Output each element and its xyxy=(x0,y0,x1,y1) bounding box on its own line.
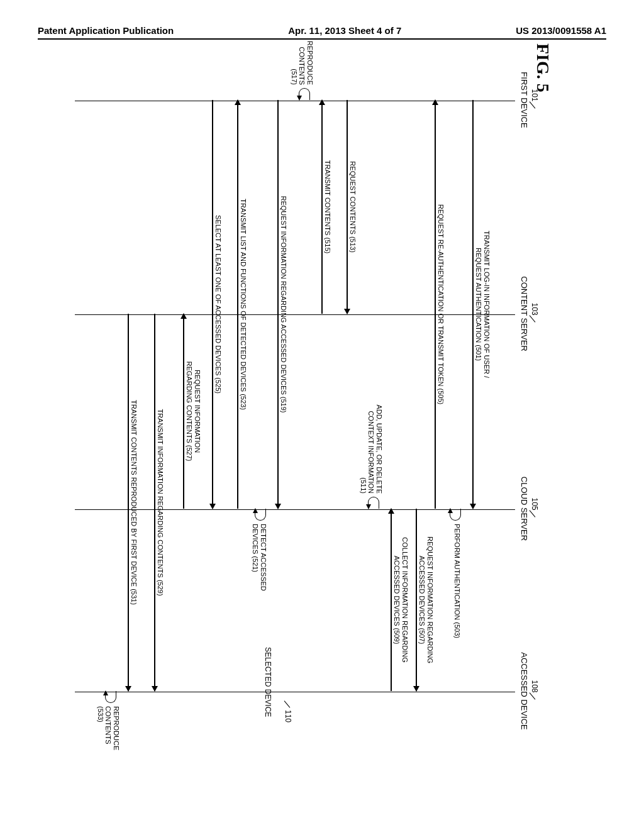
message-511-label: ADD, UPDATE, OR DELETECONTEXT INFORMATIO… xyxy=(359,404,383,494)
figure-rotated-wrapper: FIG. 5 101 FIRST DEVICE 103 CONTENT SERV… xyxy=(51,43,553,798)
sequence-diagram: 101 FIRST DEVICE 103 CONTENT SERVER 105 … xyxy=(51,43,529,798)
message-525: SELECT AT LEAST ONE OF ACCESSED DEVICES … xyxy=(213,100,214,509)
message-517-label: REPRODUCECONTENTS(517) xyxy=(290,41,314,85)
participant-tag-103: 103 xyxy=(530,303,539,316)
header-left: Patent Application Publication xyxy=(38,25,174,36)
message-501-label: TRANSMIT LOG-IN INFORMATION OF USER /REQ… xyxy=(475,231,491,378)
message-513-label: REQUEST CONTENTS (513) xyxy=(349,161,357,252)
message-519-label: REQUEST INFORMATION REGARDING ACCESSED D… xyxy=(280,196,288,413)
page-header: Patent Application Publication Apr. 11, … xyxy=(38,25,606,40)
participant-name-cloud-server: CLOUD SERVER xyxy=(519,471,529,546)
tag-110: 110 xyxy=(284,710,292,722)
message-521-label: DETECT ACCESSEDDEVICES (521) xyxy=(252,524,267,591)
participant-name-accessed-device: ACCESSED DEVICE xyxy=(519,647,529,735)
message-525-label: SELECT AT LEAST ONE OF ACCESSED DEVICES … xyxy=(214,215,223,394)
message-529: TRANSMIT INFORMATION REGARDING CONTENTS … xyxy=(155,314,156,691)
header-center: Apr. 11, 2013 Sheet 4 of 7 xyxy=(288,25,401,36)
participant-tag-108: 108 xyxy=(530,680,539,693)
participant-tag-105: 105 xyxy=(530,498,539,511)
selected-device-label: SELECTED DEVICE xyxy=(264,647,272,748)
message-501: TRANSMIT LOG-IN INFORMATION OF USER /REQ… xyxy=(473,100,474,509)
message-515-label: TRANSMIT CONTENTS (515) xyxy=(324,160,332,253)
message-507-label: REQUEST INFORMATION REGARDINGACCESSED DE… xyxy=(418,536,434,663)
message-523: TRANSMIT LIST AND FUNCTIONS OF DETECTED … xyxy=(238,100,239,509)
message-531-label: TRANSMIT CONTENTS REPRODUCED BY FIRST DE… xyxy=(130,400,138,605)
message-509-label: COLLECT INFORMATION REGARDINGACCESSED DE… xyxy=(393,537,409,662)
message-533-label: REPRODUCECONTENTS(533) xyxy=(96,706,120,750)
message-527: REQUEST INFORMATIONREGARDING CONTENTS (5… xyxy=(184,314,185,509)
participant-tag-101: 101 xyxy=(530,89,539,102)
page: Patent Application Publication Apr. 11, … xyxy=(0,0,644,830)
message-529-label: TRANSMIT INFORMATION REGARDING CONTENTS … xyxy=(157,409,165,595)
participant-name-first-device: FIRST DEVICE xyxy=(519,69,529,131)
lifeline-accessed-device xyxy=(75,692,515,692)
message-505-label: REQUEST RE-AUTHENTICATION OR TRANSMIT TO… xyxy=(437,204,445,404)
message-523-label: TRANSMIT LIST AND FUNCTIONS OF DETECTED … xyxy=(240,199,248,410)
message-531: TRANSMIT CONTENTS REPRODUCED BY FIRST DE… xyxy=(128,314,130,691)
message-505: REQUEST RE-AUTHENTICATION OR TRANSMIT TO… xyxy=(435,100,436,509)
message-519: REQUEST INFORMATION REGARDING ACCESSED D… xyxy=(278,100,279,509)
message-509: COLLECT INFORMATION REGARDINGACCESSED DE… xyxy=(391,509,392,691)
participant-name-content-server: CONTENT SERVER xyxy=(519,270,529,358)
header-right: US 2013/0091558 A1 xyxy=(516,25,606,36)
lifeline-content-server xyxy=(75,314,515,315)
tag-110-text: 110 xyxy=(284,710,292,722)
message-527-label: REQUEST INFORMATIONREGARDING CONTENTS (5… xyxy=(186,362,201,462)
message-515: TRANSMIT CONTENTS (515) xyxy=(322,100,323,314)
message-507: REQUEST INFORMATION REGARDINGACCESSED DE… xyxy=(416,509,418,691)
message-513: REQUEST CONTENTS (513) xyxy=(347,100,348,314)
message-503-label: PERFORM AUTHENTICATION (503) xyxy=(453,524,461,638)
lifeline-first-device xyxy=(75,101,515,101)
